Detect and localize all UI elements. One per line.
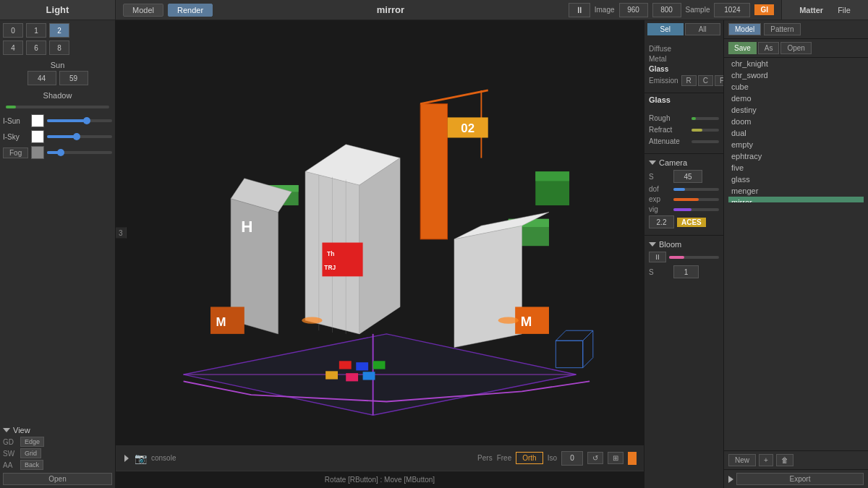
- reset-view-button[interactable]: ↺: [587, 452, 603, 464]
- top-bar: Light Model Render mirror ⏸ Image Sample…: [0, 0, 868, 20]
- image-label: Image: [595, 6, 615, 14]
- sample-label: Sample: [686, 6, 710, 14]
- light-tab-8[interactable]: 8: [49, 40, 69, 55]
- save-button[interactable]: Save: [728, 42, 757, 54]
- isun-color[interactable]: [31, 114, 44, 127]
- view-header: View: [3, 426, 112, 435]
- file-item-dual[interactable]: dual: [728, 127, 864, 139]
- file-item-doom[interactable]: doom: [728, 116, 864, 127]
- file-item-empty[interactable]: empty: [728, 139, 864, 150]
- sample-input[interactable]: [714, 3, 750, 17]
- camera-s-input[interactable]: [673, 170, 702, 183]
- new-button[interactable]: New: [728, 454, 756, 466]
- shadow-slider[interactable]: [6, 106, 109, 108]
- bloom-s-input[interactable]: [673, 265, 699, 278]
- camera-exp-row: exp: [649, 195, 719, 203]
- file-item-chr_sword[interactable]: chr_sword: [728, 69, 864, 81]
- fog-color[interactable]: [31, 146, 44, 159]
- emit-c-button[interactable]: C: [698, 75, 713, 86]
- pause-button[interactable]: ⏸: [569, 3, 590, 17]
- bloom-pause-button[interactable]: ⏸: [649, 252, 666, 262]
- glass-name: Glass: [644, 93, 723, 106]
- diffuse-label: Diffuse: [649, 45, 689, 53]
- all-button[interactable]: All: [685, 23, 721, 35]
- matter-properties-panel: Sel All Diffuse Metal Glass Emission R C…: [644, 20, 723, 488]
- attenuate-slider[interactable]: [692, 140, 719, 143]
- file-item-five[interactable]: five: [728, 162, 864, 174]
- grid-view-button[interactable]: ⊞: [608, 452, 624, 464]
- file-item-cube[interactable]: cube: [728, 81, 864, 93]
- pers-label: Pers: [477, 454, 493, 462]
- orange-indicator[interactable]: [628, 452, 637, 465]
- camera-icon[interactable]: 📷: [135, 453, 147, 464]
- render-controls: ⏸ Image Sample GI: [569, 3, 774, 17]
- render-tab[interactable]: Render: [168, 4, 213, 17]
- file-item-menger[interactable]: menger: [728, 185, 864, 197]
- file-item-chr_knight[interactable]: chr_knight: [728, 58, 864, 69]
- bloom-slider[interactable]: [669, 256, 719, 259]
- pattern-tab-right[interactable]: Pattern: [764, 23, 800, 35]
- refract-slider[interactable]: [692, 129, 719, 132]
- attenuate-row: Attenuate: [649, 137, 719, 145]
- file-item-destiny[interactable]: destiny: [728, 104, 864, 116]
- vig-slider[interactable]: [673, 208, 719, 211]
- isky-color[interactable]: [31, 130, 44, 143]
- gi-button[interactable]: GI: [754, 4, 774, 15]
- open-button[interactable]: Open: [3, 473, 112, 485]
- iso-input[interactable]: [561, 451, 583, 466]
- exposure-input[interactable]: [649, 215, 674, 228]
- exp-label: exp: [649, 195, 671, 203]
- delete-button[interactable]: 🗑: [776, 454, 793, 466]
- right-file-panel: Model Pattern Save As Open chr_knight ch…: [723, 20, 868, 488]
- light-tab-2[interactable]: 2: [49, 23, 69, 38]
- light-tab-6[interactable]: 6: [26, 40, 46, 55]
- file-bottom-controls: New + 🗑: [724, 450, 868, 469]
- viewport-number: 3: [116, 227, 127, 238]
- file-item-glass[interactable]: glass: [728, 174, 864, 185]
- bloom-s-label: S: [649, 268, 671, 276]
- material-types: Diffuse Metal Glass Emission R C P: [644, 38, 723, 93]
- file-panel-title: File: [838, 6, 851, 14]
- console-label: console: [151, 454, 176, 462]
- image-height-input[interactable]: [652, 3, 681, 17]
- model-tab-right[interactable]: Model: [728, 23, 761, 35]
- light-tab-0[interactable]: 0: [3, 23, 23, 38]
- edge-button[interactable]: Edge: [20, 437, 44, 447]
- bloom-s-row: S: [649, 265, 719, 278]
- orth-button[interactable]: Orth: [516, 452, 542, 464]
- rough-slider[interactable]: [692, 117, 719, 120]
- svg-marker-24: [454, 226, 522, 347]
- file-item-mirror[interactable]: mirror: [728, 197, 864, 202]
- sun-val2-input[interactable]: [59, 71, 88, 85]
- image-width-input[interactable]: [619, 3, 648, 17]
- svg-point-37: [498, 317, 519, 323]
- file-item-ephtracy[interactable]: ephtracy: [728, 150, 864, 162]
- grid-button[interactable]: Grid: [20, 448, 41, 458]
- light-tab-4[interactable]: 4: [3, 40, 23, 55]
- fog-button[interactable]: Fog: [3, 147, 28, 158]
- file-item-demo[interactable]: demo: [728, 93, 864, 104]
- viewport-canvas[interactable]: 3: [116, 20, 644, 445]
- light-tab-1[interactable]: 1: [26, 23, 46, 38]
- fog-row: Fog: [3, 146, 112, 159]
- model-tab[interactable]: Model: [123, 4, 163, 17]
- exp-slider[interactable]: [673, 198, 719, 201]
- viewport-triangle-icon[interactable]: [124, 455, 129, 462]
- sel-button[interactable]: Sel: [647, 23, 684, 35]
- svg-rect-31: [356, 362, 368, 370]
- sun-val1-input[interactable]: [27, 71, 56, 85]
- glass-label: Glass: [649, 65, 689, 73]
- emit-r-button[interactable]: R: [681, 75, 697, 86]
- dof-slider[interactable]: [673, 188, 719, 191]
- back-button[interactable]: Back: [20, 460, 43, 470]
- viewport: 3: [116, 20, 644, 488]
- as-button[interactable]: As: [758, 42, 780, 54]
- camera-triangle-icon: [649, 160, 656, 165]
- open-file-button[interactable]: Open: [780, 42, 811, 54]
- plus-button[interactable]: +: [759, 454, 773, 466]
- isky-slider[interactable]: [47, 135, 112, 138]
- export-button[interactable]: Export: [736, 473, 864, 485]
- isun-slider[interactable]: [47, 119, 112, 122]
- aces-button[interactable]: ACES: [677, 218, 706, 227]
- fog-slider[interactable]: [47, 151, 112, 154]
